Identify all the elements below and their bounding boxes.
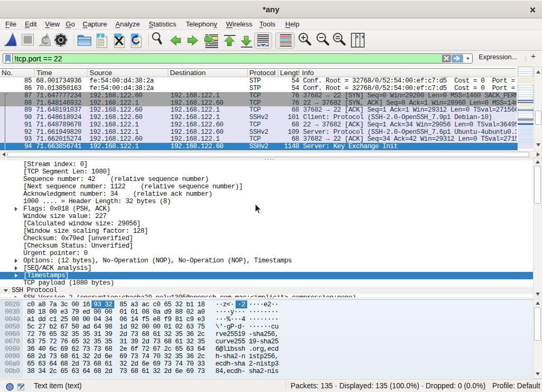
svg-text:0111: 0111: [98, 44, 104, 47]
svg-text:0111: 0111: [132, 44, 139, 47]
